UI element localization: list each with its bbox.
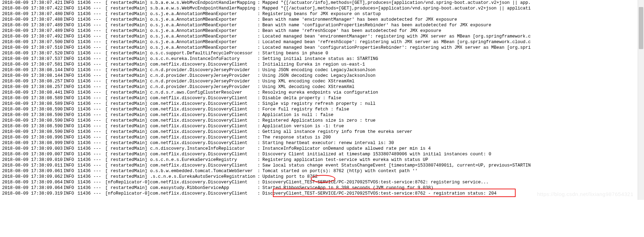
log-colon: : <box>257 28 262 34</box>
log-message: Located managed bean 'environmentManager… <box>262 34 642 39</box>
log-thread: [ restartedMain] <box>105 6 150 11</box>
log-level: INFO <box>63 123 78 129</box>
log-line: 2018-08-09 17:38:07.520INFO11436--- [ re… <box>2 50 642 56</box>
log-level: INFO <box>63 79 78 84</box>
log-pid: 11436 <box>78 56 93 62</box>
log-line: 2018-08-09 17:38:09.064INFO11436--- [ re… <box>2 185 642 191</box>
log-level: INFO <box>63 28 78 34</box>
log-level: INFO <box>63 67 78 73</box>
log-message: Using XML decoding codec XStreamXml <box>262 84 642 90</box>
log-pid: 11436 <box>78 17 93 22</box>
log-separator: --- <box>93 107 105 112</box>
log-thread: [ restartedMain] <box>105 107 150 112</box>
log-message: Setting initial instance status as: STAR… <box>262 56 642 62</box>
log-level: INFO <box>63 11 78 17</box>
log-thread: [ restartedMain] <box>105 28 150 34</box>
log-thread: [ restartedMain] <box>105 118 150 123</box>
log-pid: 11436 <box>78 185 93 191</box>
log-thread: [nfoReplicator-0] <box>105 191 150 196</box>
log-separator: --- <box>93 50 105 56</box>
log-timestamp: 2018-08-09 17:38:08.441 <box>2 90 63 95</box>
log-line: 2018-08-09 17:38:07.488INFO11436--- [ re… <box>2 17 642 22</box>
log-colon: : <box>257 146 262 151</box>
vertical-scrollbar[interactable] <box>638 0 644 200</box>
log-message: Single vip registry refresh property : n… <box>262 101 642 107</box>
log-timestamp: 2018-08-09 17:38:08.590 <box>2 118 63 123</box>
log-line: 2018-08-09 17:38:09.061INFO11436--- [ re… <box>2 168 642 174</box>
log-level: INFO <box>63 118 78 123</box>
log-pid: 11436 <box>78 90 93 95</box>
log-timestamp: 2018-08-09 17:38:09.010 <box>2 157 63 163</box>
log-logger: com.netflix.discovery.DiscoveryClient <box>150 112 257 118</box>
log-colon: : <box>257 107 262 112</box>
log-timestamp: 2018-08-09 17:38:09.061 <box>2 168 63 174</box>
log-pid: 11436 <box>78 22 93 28</box>
log-message: Registering application test-service wit… <box>262 157 642 163</box>
log-message: Using JSON encoding codec LegacyJacksonJ… <box>262 67 642 73</box>
log-colon: : <box>257 151 262 157</box>
log-level: INFO <box>63 140 78 146</box>
log-pid: 11436 <box>78 191 93 196</box>
log-message: InstanceInfoReplicator onDemand update a… <box>262 146 642 151</box>
log-thread: [ restartedMain] <box>105 50 150 56</box>
log-level: INFO <box>63 191 78 196</box>
log-level: INFO <box>63 95 78 101</box>
log-pid: 11436 <box>78 180 93 185</box>
log-logger: c.n.discovery.InstanceInfoReplicator <box>150 146 257 151</box>
log-timestamp: 2018-08-09 17:38:07.492 <box>2 34 63 39</box>
log-colon: : <box>257 90 262 95</box>
log-message: Discovery Client initialized at timestam… <box>262 151 642 157</box>
log-level: INFO <box>63 22 78 28</box>
log-separator: --- <box>93 62 105 67</box>
log-message: Mapped "{[/actuator/info],methods=[GET],… <box>262 0 642 6</box>
log-colon: : <box>257 101 262 107</box>
log-line: 2018-08-09 17:38:09.003INFO11436--- [ re… <box>2 146 642 151</box>
log-separator: --- <box>93 39 105 45</box>
log-level: INFO <box>63 56 78 62</box>
log-pid: 11436 <box>78 50 93 56</box>
log-level: INFO <box>63 62 78 67</box>
log-colon: : <box>257 73 262 79</box>
log-timestamp: 2018-08-09 17:38:07.489 <box>2 22 63 28</box>
log-thread: [ restartedMain] <box>105 140 150 146</box>
log-logger: o.s.j.e.a.AnnotationMBeanExporter <box>150 28 257 34</box>
log-message: Tomcat started on port(s): 8762 (http) w… <box>262 168 642 174</box>
log-message: Force full registry fetch : false <box>262 107 642 112</box>
log-line: 2018-08-09 17:38:07.537INFO11436--- [ re… <box>2 56 642 62</box>
log-separator: --- <box>93 17 105 22</box>
log-line: 2018-08-09 17:38:09.007INFO11436--- [ re… <box>2 151 642 157</box>
log-logger: com.netflix.discovery.DiscoveryClient <box>150 140 257 146</box>
log-pid: 11436 <box>78 107 93 112</box>
log-pid: 11436 <box>78 112 93 118</box>
log-logger: com.netflix.discovery.DiscoveryClient <box>150 123 257 129</box>
log-logger: com.netflix.discovery.DiscoveryClient <box>150 118 257 123</box>
log-thread: [ restartedMain] <box>105 174 150 180</box>
log-timestamp: 2018-08-09 17:38:08.590 <box>2 112 63 118</box>
log-level: INFO <box>63 151 78 157</box>
log-timestamp: 2018-08-09 17:38:09.007 <box>2 151 63 157</box>
log-message: Resolving eureka endpoints via configura… <box>262 90 642 95</box>
log-colon: : <box>257 180 262 185</box>
log-thread: [ restartedMain] <box>105 101 150 107</box>
log-level: INFO <box>63 180 78 185</box>
log-pid: 11436 <box>78 34 93 39</box>
log-level: INFO <box>63 146 78 151</box>
log-timestamp: 2018-08-09 17:38:08.996 <box>2 135 63 140</box>
log-output: 2018-08-09 17:38:07.421INFO11436--- [ re… <box>0 0 644 200</box>
log-message: Using XML encoding codec XStreamXml <box>262 79 642 84</box>
log-line: 2018-08-09 17:38:08.590INFO11436--- [ re… <box>2 107 642 112</box>
log-line: 2018-08-09 17:38:08.590INFO11436--- [ re… <box>2 123 642 129</box>
log-timestamp: 2018-08-09 17:38:09.062 <box>2 174 63 180</box>
log-logger: o.s.c.n.eureka.InstanceInfoFactory <box>150 56 257 62</box>
log-thread: [ restartedMain] <box>105 84 150 90</box>
log-logger: com.netflix.discovery.DiscoveryClient <box>150 62 257 67</box>
scrollbar-thumb[interactable] <box>639 7 643 49</box>
log-level: INFO <box>63 17 78 22</box>
log-line: 2018-08-09 17:38:08.590INFO11436--- [ re… <box>2 129 642 135</box>
log-colon: : <box>257 84 262 90</box>
log-pid: 11436 <box>78 62 93 67</box>
log-timestamp: 2018-08-09 17:38:08.999 <box>2 140 63 146</box>
log-thread: [ restartedMain] <box>105 45 150 50</box>
log-message: Disable delta property : false <box>262 95 642 101</box>
log-pid: 11436 <box>78 6 93 11</box>
